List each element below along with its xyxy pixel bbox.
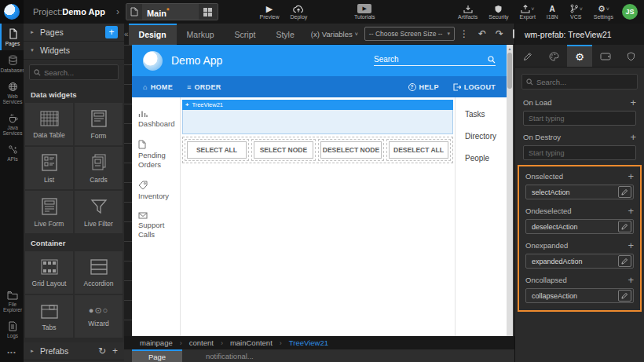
edit-action-button[interactable] (618, 221, 631, 232)
pages-accordion-header[interactable]: ► Pages + (24, 24, 124, 42)
rail-item-apis[interactable]: APIs (0, 140, 24, 166)
scroll-up-icon[interactable]: ▲ (508, 45, 512, 53)
events-search-box[interactable] (521, 74, 638, 90)
add-event-button[interactable]: + (628, 206, 634, 216)
app-search-box[interactable]: Search (374, 55, 496, 66)
nav-home[interactable]: ⌂HOME (143, 83, 173, 91)
select-node-button[interactable]: SELECT NODE (254, 141, 313, 159)
add-event-button[interactable]: + (628, 275, 634, 285)
link-people[interactable]: People (465, 154, 507, 163)
scrollbar-thumb[interactable] (507, 53, 512, 89)
export-button[interactable]: ˅ Export (520, 0, 536, 24)
nav-help[interactable]: ?HELP (408, 83, 439, 91)
widget-tile-grid-layout[interactable]: Grid Layout (25, 251, 73, 294)
treeview-selection-header[interactable]: + TreeView21 (182, 100, 453, 110)
tab-events-gear[interactable]: ⚙ (567, 45, 593, 67)
edit-action-button[interactable] (618, 290, 631, 302)
deselect-node-button[interactable]: DESELECT NODE (320, 141, 382, 159)
breadcrumb-content[interactable]: content (189, 338, 214, 347)
rail-item-web-services[interactable]: Web Services (0, 77, 24, 108)
notification-tab[interactable]: notificational... (206, 349, 254, 362)
edit-action-button[interactable] (618, 255, 631, 267)
rail-more-button[interactable]: ••• (0, 342, 24, 362)
prefabs-accordion-header[interactable]: ► Prefabs ↻+ (24, 342, 124, 360)
tab-script[interactable]: Script (225, 24, 266, 45)
widget-tile-list[interactable]: List (25, 147, 73, 189)
page-tab[interactable]: Page (132, 349, 182, 362)
add-event-button[interactable]: + (630, 132, 636, 142)
more-options-kebab-icon[interactable]: ⋮ (459, 28, 469, 39)
tab-markup[interactable]: Markup (177, 24, 225, 45)
page-selector[interactable]: Main* (126, 3, 218, 20)
edit-action-button[interactable] (618, 186, 631, 198)
tab-style[interactable]: Style (265, 24, 304, 45)
breadcrumb-maincontent[interactable]: mainContent (230, 338, 273, 347)
widget-tile-wizard[interactable]: ●⊙○ Wizard (75, 295, 123, 338)
sidebar-item-support-calls[interactable]: Support Calls (138, 212, 174, 240)
widget-search-input[interactable] (44, 68, 114, 77)
nav-order[interactable]: ≡ORDER (187, 83, 221, 91)
add-event-button[interactable]: + (630, 97, 636, 108)
widget-tile-data-table[interactable]: Data Table (25, 103, 73, 145)
link-directory[interactable]: Directory (465, 132, 507, 141)
link-tasks[interactable]: Tasks (465, 110, 507, 119)
wavemaker-logo[interactable] (0, 0, 24, 24)
rail-item-logs[interactable]: Logs (0, 316, 24, 342)
treeview-empty-area[interactable] (182, 110, 453, 134)
onload-event-input[interactable] (529, 115, 631, 122)
deploy-button[interactable]: Deploy (291, 0, 308, 24)
widget-search-box[interactable] (29, 64, 119, 80)
variables-button[interactable]: (x) Variables ˅ (311, 30, 358, 38)
widget-tile-form[interactable]: Form (75, 103, 123, 145)
event-value-box[interactable]: expandedAction (525, 254, 634, 269)
events-search-input[interactable] (536, 78, 633, 86)
preview-button[interactable]: ▶ Preview (260, 0, 280, 24)
tab-device[interactable] (592, 45, 618, 67)
tab-styles-palette[interactable] (541, 45, 567, 67)
screen-size-select[interactable]: -- Choose Screen Size -- ▾ (364, 27, 455, 41)
widget-tile-tabs[interactable]: Tabs (25, 295, 73, 338)
sidebar-item-pending-orders[interactable]: Pending Orders (138, 140, 174, 170)
nav-logout[interactable]: LOGOUT (453, 83, 496, 91)
widget-move-icon[interactable]: + (185, 101, 188, 108)
rail-item-java-services[interactable]: Java Services (0, 108, 24, 140)
widget-tile-accordion[interactable]: Accordion (75, 251, 123, 294)
tutorials-button[interactable]: ▶ Tutorials (354, 0, 375, 24)
event-value-box[interactable]: collapseAction (525, 288, 634, 303)
deselect-all-button[interactable]: DESELECT ALL (389, 141, 448, 159)
ondestroy-event-input[interactable] (529, 149, 631, 157)
rail-item-databases[interactable]: Databases (0, 50, 24, 77)
tab-security-shield[interactable] (618, 45, 644, 67)
widget-tile-live-filter[interactable]: Live Filter (75, 191, 123, 233)
undo-button[interactable]: ↶ (478, 28, 486, 39)
sidebar-item-dashboard[interactable]: Dashboard (138, 110, 174, 129)
refresh-prefabs-icon[interactable]: ↻ (98, 346, 106, 357)
event-value-box[interactable]: selectAction (525, 185, 634, 199)
pages-grid-icon[interactable] (199, 4, 218, 20)
widget-tile-live-form[interactable]: Live Form (25, 191, 73, 233)
artifacts-button[interactable]: Artifacts (458, 0, 478, 24)
treeview-prefab[interactable]: + TreeView21 (182, 100, 453, 134)
sidebar-item-inventory[interactable]: Inventory (138, 181, 174, 201)
rail-item-file-explorer[interactable]: File Explorer (0, 286, 24, 316)
rail-item-pages[interactable]: Pages (0, 24, 24, 50)
select-all-button[interactable]: SELECT ALL (187, 141, 247, 159)
widgets-accordion-header[interactable]: ▼ Widgets (24, 42, 124, 60)
canvas-scrollbar[interactable]: ▲ (507, 45, 513, 336)
user-avatar[interactable]: JS (622, 4, 638, 20)
add-event-button[interactable]: + (628, 171, 634, 181)
security-button[interactable]: Security (488, 0, 508, 24)
vcs-button[interactable]: ˅ VCS (569, 0, 583, 24)
tab-properties-pencil[interactable] (515, 45, 541, 67)
breadcrumb-treeview21[interactable]: TreeView21 (289, 338, 328, 347)
redo-button[interactable]: ↷ (496, 28, 503, 39)
breadcrumb-mainpage[interactable]: mainpage (140, 338, 173, 347)
tab-design[interactable]: Design (129, 24, 177, 45)
add-page-button[interactable]: + (105, 26, 118, 38)
event-value-box[interactable]: deselectAction (525, 219, 634, 234)
settings-button[interactable]: ⚙˅ Settings (594, 0, 613, 24)
add-event-button[interactable]: + (628, 240, 634, 250)
i18n-button[interactable]: A I18N (547, 0, 558, 24)
add-prefab-icon[interactable]: + (112, 346, 118, 357)
widget-tile-cards[interactable]: Cards (75, 147, 123, 189)
